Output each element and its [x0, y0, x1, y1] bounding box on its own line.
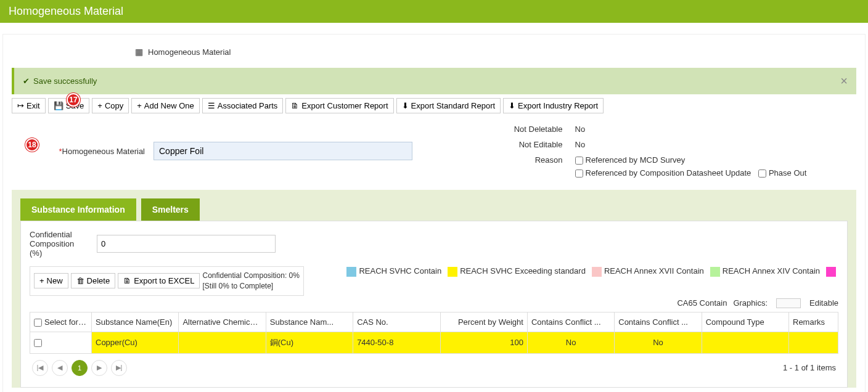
- form-row-material: *Homogeneous Material Not Deletable No N…: [12, 125, 856, 178]
- col-name-en[interactable]: Substance Name(En): [92, 312, 179, 332]
- editable-swatch: [776, 298, 801, 308]
- col-cas[interactable]: CAS No.: [353, 312, 440, 332]
- row-checkbox[interactable]: [34, 339, 42, 347]
- col-compound[interactable]: Compound Type: [702, 312, 788, 332]
- reason-mcd-checkbox[interactable]: [575, 157, 583, 165]
- tabs: Substance Information Smelters: [20, 198, 856, 221]
- swatch-svhc-contain: [346, 267, 356, 277]
- callout-badge-18: 18: [25, 138, 39, 152]
- section-wrap: Substance Information Smelters Confident…: [12, 190, 856, 388]
- tab-content: Confidential Composition (%) +New 🗑Delet…: [20, 221, 848, 388]
- page-header: Homogeneous Material: [0, 0, 868, 23]
- pager-summary: 1 - 1 of 1 items: [783, 363, 836, 372]
- breadcrumb-label: Homogeneous Material: [148, 47, 231, 57]
- cell-name-other: 銅(Cu): [266, 332, 353, 353]
- alert-success: ✔ Save successfully ×: [12, 68, 856, 94]
- cell-cas: 7440-50-8: [353, 332, 440, 353]
- col-conflict1[interactable]: Contains Conflict ...: [527, 312, 614, 332]
- pager-first[interactable]: |◀: [32, 360, 48, 376]
- confidential-label: Confidential Composition (%): [30, 230, 88, 258]
- not-deletable-label: Not Deletable: [477, 125, 575, 134]
- cell-conflict1: No: [527, 332, 614, 353]
- swatch-annex17: [592, 267, 602, 277]
- cell-compound: [702, 332, 788, 353]
- swatch-ca65: [826, 267, 836, 277]
- plus-icon: +: [39, 276, 44, 285]
- trash-icon: 🗑: [76, 276, 84, 285]
- select-all-checkbox[interactable]: [34, 319, 42, 327]
- export-customer-button[interactable]: 🗎Export Customer Report: [285, 98, 393, 113]
- reason-phase-checkbox[interactable]: [758, 169, 766, 178]
- reason-mcd-label: Referenced by MCD Survey: [586, 155, 686, 165]
- tab-smelters[interactable]: Smelters: [141, 198, 200, 221]
- content-wrap: ▦ Homogeneous Material ✔ Save successful…: [2, 34, 866, 392]
- graphics-label: Graphics:: [733, 298, 768, 308]
- swatch-svhc-exceed: [448, 267, 457, 277]
- export-industry-button[interactable]: ⬇Export Industry Report: [503, 98, 604, 113]
- cell-pct: 100: [440, 332, 527, 353]
- plus-icon: +: [97, 101, 102, 110]
- col-name-other[interactable]: Substance Nam...: [266, 312, 353, 332]
- new-button[interactable]: +New: [34, 273, 68, 288]
- breadcrumb: ▦ Homogeneous Material: [135, 47, 856, 57]
- pager-next[interactable]: ▶: [91, 360, 107, 376]
- not-editable-label: Not Editable: [477, 140, 575, 149]
- list-icon: ☰: [208, 101, 215, 110]
- not-deletable-value: No: [575, 125, 586, 134]
- callout-badge-17: 17: [67, 93, 80, 107]
- save-icon: 💾: [54, 101, 63, 110]
- download-icon: ⬇: [509, 101, 515, 110]
- file-icon: 🗎: [291, 101, 299, 110]
- reason-comp-checkbox[interactable]: [575, 169, 583, 178]
- material-input[interactable]: [154, 142, 412, 160]
- cell-conflict2: No: [615, 332, 702, 353]
- plus-icon: +: [137, 101, 142, 110]
- check-icon: ✔: [23, 76, 30, 86]
- grid-icon: ▦: [135, 47, 143, 57]
- reason-phase-label: Phase Out: [769, 168, 806, 178]
- legend-extra: CA65 Contain Graphics: Editable: [30, 298, 838, 308]
- col-pct[interactable]: Percent by Weight: [440, 312, 527, 332]
- cell-remarks: [789, 332, 838, 353]
- col-alt-name[interactable]: Alternative Chemical Name: [179, 312, 266, 332]
- pager: |◀ ◀ 1 ▶ ▶| 1 - 1 of 1 items: [30, 354, 838, 378]
- reason-label: Reason: [477, 155, 575, 165]
- associated-parts-button[interactable]: ☰Associated Parts: [202, 98, 284, 113]
- add-new-button[interactable]: +Add New One: [131, 98, 200, 113]
- tab-substance-info[interactable]: Substance Information: [20, 198, 136, 221]
- color-legend: REACH SVHC Contain REACH SVHC Exceeding …: [322, 266, 838, 277]
- swatch-annex14: [710, 267, 720, 277]
- ca65-label: CA65 Contain: [677, 298, 727, 308]
- exit-button[interactable]: ↦Exit: [12, 98, 46, 113]
- col-conflict2[interactable]: Contains Conflict ...: [615, 312, 702, 332]
- reason-comp-label: Referenced by Composition Datasheet Upda…: [586, 168, 751, 178]
- col-select: Select for de...: [30, 312, 92, 332]
- alert-message: Save successfully: [33, 76, 97, 86]
- not-editable-value: No: [575, 140, 586, 149]
- table-row[interactable]: Copper(Cu) 銅(Cu) 7440-50-8 100 No No: [30, 332, 838, 353]
- delete-button[interactable]: 🗑Delete: [71, 273, 116, 288]
- pager-last[interactable]: ▶|: [111, 360, 127, 376]
- pager-prev[interactable]: ◀: [52, 360, 68, 376]
- cell-name-en: Copper(Cu): [92, 332, 179, 353]
- cell-alt-name: [179, 332, 266, 353]
- export-standard-button[interactable]: ⬇Export Standard Report: [396, 98, 501, 113]
- table-toolbar: +New 🗑Delete 🗎Export to EXCEL Confidenti…: [30, 266, 304, 296]
- close-icon[interactable]: ×: [840, 74, 848, 88]
- confidential-input[interactable]: [97, 235, 276, 253]
- toolbar: ↦Exit 💾Save +Copy +Add New One ☰Associat…: [12, 98, 856, 113]
- editable-label: Editable: [809, 298, 838, 308]
- copy-button[interactable]: +Copy: [92, 98, 129, 113]
- download-icon: ⬇: [402, 101, 409, 110]
- file-icon: 🗎: [123, 276, 131, 285]
- col-remarks[interactable]: Remarks: [789, 312, 838, 332]
- export-excel-button[interactable]: 🗎Export to EXCEL: [118, 273, 200, 288]
- confidential-note: Confidential Composition: 0% [Still 0% t…: [202, 271, 299, 292]
- substance-table: Select for de... Substance Name(En) Alte…: [30, 312, 838, 354]
- page-title: Homogeneous Material: [9, 5, 123, 17]
- pager-current[interactable]: 1: [72, 360, 88, 376]
- arrow-right-icon: ↦: [17, 101, 24, 110]
